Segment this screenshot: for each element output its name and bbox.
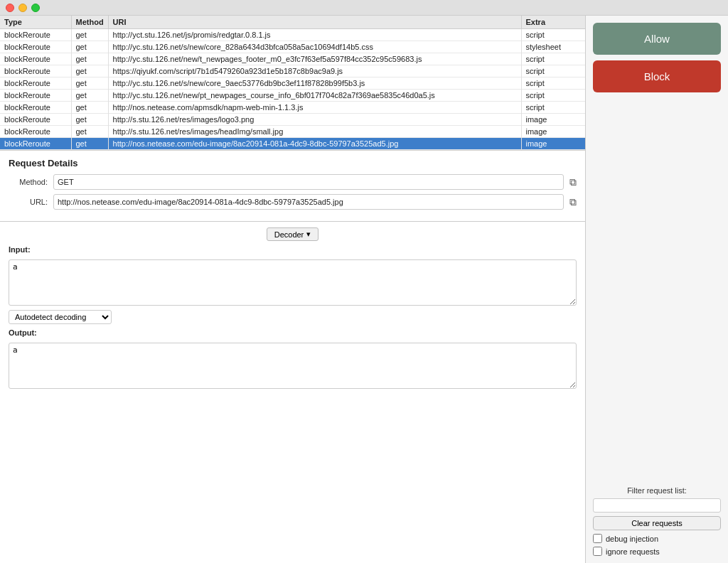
method-row: Method: ⧉ <box>9 174 577 190</box>
cell-type: blockReroute <box>0 65 71 77</box>
cell-extra: stylesheet <box>521 41 585 53</box>
cell-type: blockReroute <box>0 114 71 126</box>
table-row[interactable]: blockReroutegethttp://nos.netease.com/ap… <box>0 102 585 114</box>
decoder-toolbar: Decoder ▾ <box>9 227 577 241</box>
cell-uri: http://yc.stu.126.net/s/new/core_9aec537… <box>108 77 521 90</box>
cell-extra: image <box>521 114 585 126</box>
debug-injection-row: debug injection <box>593 534 721 543</box>
debug-injection-label: debug injection <box>606 535 658 543</box>
table-row[interactable]: blockReroutegethttp://yc.stu.126.net/s/n… <box>0 77 585 90</box>
request-details-title: Request Details <box>9 158 577 168</box>
cell-uri: http://yc.stu.126.net/s/new/core_828a643… <box>108 41 521 53</box>
input-label: Input: <box>9 245 577 254</box>
request-table: Type Method URI Extra blockReroutegethtt… <box>0 16 585 150</box>
filter-section: Filter request list: Clear requests debu… <box>593 486 721 556</box>
method-input[interactable] <box>53 174 564 190</box>
cell-extra: script <box>521 90 585 102</box>
cell-uri: http://nos.netease.com/apmsdk/napm-web-m… <box>108 102 521 114</box>
decoder-section: Decoder ▾ Input: a Autodetect decoding O… <box>0 222 585 395</box>
main-window: Type Method URI Extra blockReroutegethtt… <box>0 0 728 563</box>
autodetect-select[interactable]: Autodetect decoding <box>9 310 112 324</box>
copy-method-icon[interactable]: ⧉ <box>569 176 577 188</box>
table-row[interactable]: blockReroutegethttp://yc.stu.126.net/new… <box>0 53 585 65</box>
decoder-button[interactable]: Decoder ▾ <box>267 227 319 241</box>
cell-method: get <box>71 114 108 126</box>
cell-method: get <box>71 41 108 53</box>
ignore-requests-checkbox[interactable] <box>593 547 602 556</box>
cell-uri: http://yct.stu.126.net/js/promis/redgtar… <box>108 29 521 41</box>
cell-method: get <box>71 65 108 77</box>
table-body: blockReroutegethttp://yct.stu.126.net/js… <box>0 29 585 150</box>
cell-uri: https://qiyukf.com/script/7b1d5479260a92… <box>108 65 521 77</box>
debug-injection-checkbox[interactable] <box>593 534 602 543</box>
title-bar <box>0 0 728 16</box>
cell-type: blockReroute <box>0 41 71 53</box>
decoder-dropdown-icon: ▾ <box>306 230 311 239</box>
cell-extra: script <box>521 53 585 65</box>
cell-method: get <box>71 53 108 65</box>
allow-button[interactable]: Allow <box>593 23 721 55</box>
table-row[interactable]: blockReroutegethttp://yc.stu.126.net/s/n… <box>0 41 585 53</box>
table-row[interactable]: blockReroutegethttp://nos.netease.com/ed… <box>0 138 585 150</box>
cell-extra: script <box>521 29 585 41</box>
table-row[interactable]: blockReroutegethttp://s.stu.126.net/res/… <box>0 126 585 138</box>
filter-label: Filter request list: <box>593 486 721 495</box>
main-content: Type Method URI Extra blockReroutegethtt… <box>0 16 728 563</box>
clear-requests-button[interactable]: Clear requests <box>593 516 721 530</box>
url-row: URL: ⧉ <box>9 194 577 210</box>
table-header-row: Type Method URI Extra <box>0 16 585 29</box>
decoder-input[interactable]: a <box>9 259 577 306</box>
output-label: Output: <box>9 328 577 337</box>
table-row[interactable]: blockReroutegethttp://s.stu.126.net/res/… <box>0 114 585 126</box>
cell-extra: image <box>521 138 585 150</box>
cell-extra: script <box>521 102 585 114</box>
cell-method: get <box>71 90 108 102</box>
filter-input[interactable] <box>593 498 721 513</box>
ignore-requests-row: ignore requests <box>593 547 721 556</box>
cell-type: blockReroute <box>0 29 71 41</box>
table-row[interactable]: blockReroutegethttps://qiyukf.com/script… <box>0 65 585 77</box>
col-header-type: Type <box>0 16 71 29</box>
table-row[interactable]: blockReroutegethttp://yc.stu.126.net/new… <box>0 90 585 102</box>
ignore-requests-label: ignore requests <box>606 547 660 556</box>
cell-uri: http://nos.netease.com/edu-image/8ac2091… <box>108 138 521 150</box>
cell-method: get <box>71 29 108 41</box>
cell-uri: http://s.stu.126.net/res/images/headImg/… <box>108 126 521 138</box>
right-panel: Allow Block Filter request list: Clear r… <box>586 16 728 563</box>
request-details-section: Request Details Method: ⧉ URL: ⧉ <box>0 151 585 222</box>
cell-method: get <box>71 138 108 150</box>
decoder-output[interactable]: a <box>9 343 577 389</box>
close-button[interactable] <box>6 4 14 12</box>
cell-type: blockReroute <box>0 126 71 138</box>
block-button[interactable]: Block <box>593 60 721 92</box>
col-header-method: Method <box>71 16 108 29</box>
left-panel: Type Method URI Extra blockReroutegethtt… <box>0 16 586 563</box>
cell-type: blockReroute <box>0 53 71 65</box>
copy-url-icon[interactable]: ⧉ <box>569 196 577 208</box>
cell-method: get <box>71 102 108 114</box>
cell-method: get <box>71 126 108 138</box>
maximize-button[interactable] <box>31 4 40 12</box>
cell-extra: image <box>521 126 585 138</box>
minimize-button[interactable] <box>18 4 27 12</box>
col-header-uri: URI <box>108 16 521 29</box>
request-table-wrapper[interactable]: Type Method URI Extra blockReroutegethtt… <box>0 16 585 151</box>
cell-type: blockReroute <box>0 77 71 90</box>
cell-type: blockReroute <box>0 138 71 150</box>
table-row[interactable]: blockReroutegethttp://yct.stu.126.net/js… <box>0 29 585 41</box>
method-label: Method: <box>9 178 48 186</box>
url-input[interactable] <box>53 194 564 210</box>
cell-type: blockReroute <box>0 90 71 102</box>
cell-uri: http://yc.stu.126.net/new/t_newpages_foo… <box>108 53 521 65</box>
cell-method: get <box>71 77 108 90</box>
col-header-extra: Extra <box>521 16 585 29</box>
right-spacer <box>593 98 721 481</box>
cell-uri: http://yc.stu.126.net/new/pt_newpages_co… <box>108 90 521 102</box>
cell-uri: http://s.stu.126.net/res/images/logo3.pn… <box>108 114 521 126</box>
cell-extra: script <box>521 65 585 77</box>
cell-type: blockReroute <box>0 102 71 114</box>
decoder-button-label: Decoder <box>274 230 304 239</box>
cell-extra: script <box>521 77 585 90</box>
url-label: URL: <box>9 198 48 206</box>
